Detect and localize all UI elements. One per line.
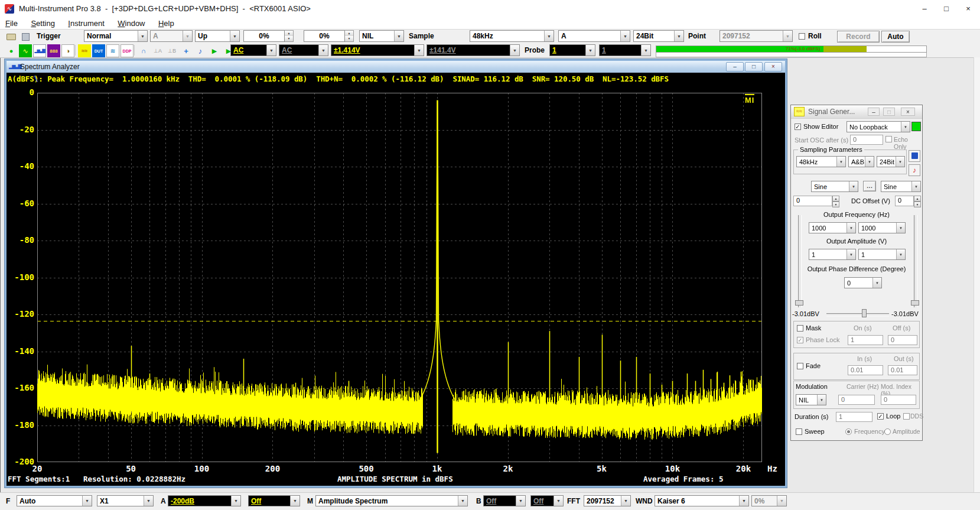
signal-generator-icon[interactable]: ≈≈ [78,44,91,57]
sweep-checkbox[interactable] [796,428,802,435]
mdi-scrollbar[interactable] [974,57,980,492]
trigger-mode-select[interactable]: Normal▼ [84,30,148,42]
ddp-viewer-icon[interactable]: DDP [121,44,134,57]
fade-out-input[interactable]: 0.01 [888,365,917,375]
loopback-select[interactable]: No Loopback▼ [846,121,910,132]
spectrum-minimize-button[interactable]: – [726,62,744,72]
dut-icon[interactable]: DUT [92,44,105,57]
modulation-select[interactable]: NIL▼ [796,394,826,405]
trigger-level-stepper[interactable]: 0% ▲▼ [243,30,294,42]
dc-offset-a-stepper[interactable]: ▲▼ [832,196,839,206]
bit-depth-select[interactable]: 24Bit▼ [633,30,684,42]
multimeter-icon[interactable]: 888 [47,44,60,57]
open-icon[interactable] [5,30,18,43]
ref-a-select[interactable]: Off▼ [248,495,300,506]
frequency-a-select[interactable]: 1000▼ [809,222,856,233]
spectrum-maximize-button[interactable]: □ [745,62,763,72]
dc-offset-a-input[interactable]: 0 [793,196,832,206]
menu-help[interactable]: Help [153,18,180,28]
zoom-select[interactable]: X1▼ [97,495,154,506]
spectrum-close-button[interactable]: × [764,62,782,72]
trigger-delay-stepper[interactable]: 0% ▲▼ [304,30,354,42]
amplitude-a-select[interactable]: 1▼ [809,249,856,260]
sg-maximize-button[interactable]: □ [883,108,895,116]
save-waveform-button[interactable] [909,150,920,162]
trigger-source-select[interactable]: A▼ [150,30,193,42]
sweep-frequency-radio[interactable] [845,428,852,435]
mask-on-input[interactable]: 1 [848,335,883,345]
frequency-b-select[interactable]: 1000▼ [858,222,906,233]
range-a-select[interactable]: ±1.414V▼ [331,44,424,56]
menu-instrument[interactable]: Instrument [63,18,109,28]
window-function-select[interactable]: Kaiser 6▼ [655,495,749,506]
more-waveform-button[interactable]: ... [863,181,876,191]
record-button[interactable]: Record [837,31,880,43]
fade-checkbox[interactable] [797,363,803,369]
display-mode-select[interactable]: Amplitude Spectrum▼ [315,495,468,506]
phase-select[interactable]: 0▼ [844,277,882,288]
overlap-select[interactable]: 0%▼ [751,495,787,506]
run-icon[interactable]: ● [5,44,18,57]
ref-b-select[interactable]: Off▼ [530,495,564,506]
roll-checkbox[interactable] [799,33,805,40]
device-test-plan-icon[interactable]: ◑ [61,44,74,57]
auto-button[interactable]: Auto [881,31,910,43]
coupling-a-select[interactable]: AC▼ [230,44,276,56]
spectrum-analyzer-icon[interactable]: ▂▆▃▇ [33,44,46,57]
cursor-reader-a-icon[interactable]: ⊥A [151,44,164,57]
maximize-button[interactable]: □ [936,0,957,17]
start-osc-input[interactable]: 0 [850,135,883,145]
close-button[interactable]: × [958,0,979,17]
output-level-slider-b[interactable] [914,215,917,307]
sample-rate-select[interactable]: 48kHz▼ [470,30,554,42]
duration-input[interactable]: 1 [836,412,872,422]
balance-handle[interactable] [862,309,867,317]
balance-slider[interactable] [826,313,889,316]
trigger-edge-select[interactable]: Up▼ [195,30,240,42]
mask-off-input[interactable]: 0 [888,335,917,345]
data-logger-icon[interactable]: ≋ [106,44,119,57]
spectrum-plot[interactable] [37,93,762,462]
range-b-select[interactable]: ±141.4V▼ [426,44,520,56]
waveform-b-select[interactable]: Sine▼ [881,181,921,192]
sweep-amplitude-radio[interactable] [884,428,891,435]
menu-file[interactable]: File [0,18,23,28]
spectrum-window-titlebar[interactable]: ▂▆▃▇ Spectrum Analyzer – □ × [6,61,785,73]
record-points-select[interactable]: 2097152▼ [719,30,793,42]
sound-device-icon[interactable]: ♪ [194,44,207,57]
coupling-b-select[interactable]: AC▼ [279,44,328,56]
save-icon[interactable] [19,30,32,43]
output-level-slider-a[interactable] [798,215,802,307]
fft-points-select[interactable]: 2097152▼ [584,495,631,506]
probe-a-select[interactable]: 1▼ [549,44,595,56]
derived-data-point-icon[interactable]: ∩ [137,44,150,57]
phase-lock-checkbox[interactable]: ✓ [797,337,803,343]
dc-offset-b-stepper[interactable]: ▲▼ [914,196,921,206]
carrier-input[interactable]: 0 [838,395,875,405]
marker-probe-icon[interactable]: + [180,44,193,57]
menu-window[interactable]: Window [112,18,150,28]
trigger-hpf-select[interactable]: NIL▼ [359,30,404,42]
sg-close-button[interactable]: × [901,108,915,116]
range-b-db-select[interactable]: Off▼ [483,495,526,506]
sg-bits-select[interactable]: 24Bit▼ [877,156,905,167]
dds-checkbox[interactable] [903,413,910,420]
dc-offset-b-input[interactable]: 0 [895,196,914,206]
sampling-channels-select[interactable]: A▼ [558,30,630,42]
cursor-reader-b-icon[interactable]: ⊥B [165,44,178,57]
oscilloscope-icon[interactable]: ∿ [19,44,32,57]
waveform-a-select[interactable]: Sine▼ [811,181,858,192]
sg-minimize-button[interactable]: – [868,108,880,116]
show-editor-checkbox[interactable]: ✓ [795,124,801,130]
output-level-handle-a[interactable] [795,300,803,306]
play-icon[interactable]: ▶ [208,44,221,57]
loop-checkbox[interactable]: ✓ [877,413,884,420]
mask-checkbox[interactable] [797,325,803,332]
freq-axis-select[interactable]: Auto▼ [17,495,92,506]
audio-file-button[interactable]: ♪ [909,164,920,176]
mod-index-input[interactable]: 0 [881,395,916,405]
sg-channels-select[interactable]: A&B▼ [848,156,874,167]
menu-setting[interactable]: Setting [25,18,60,28]
run-generator-button[interactable] [911,122,921,131]
minimize-button[interactable]: – [914,0,935,17]
